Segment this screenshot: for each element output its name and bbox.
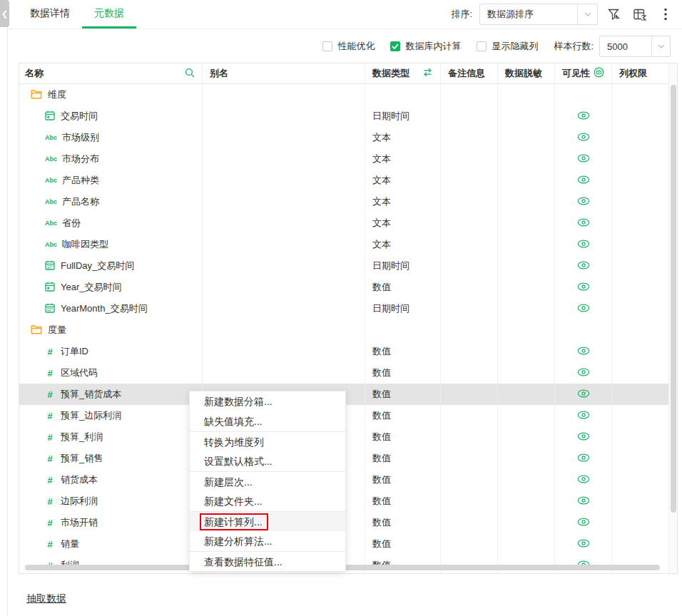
cell-name[interactable]: Abc市场分布 [19, 148, 202, 170]
cell-alias[interactable] [202, 84, 365, 106]
cell-masking[interactable] [497, 127, 554, 148]
context-menu-item[interactable]: 新建计算列... [190, 511, 345, 531]
cell-visibility[interactable] [554, 148, 611, 170]
cell-masking[interactable] [497, 469, 554, 491]
context-menu-item[interactable]: 缺失值填充... [190, 411, 345, 431]
vertical-scrollbar-thumb[interactable] [671, 85, 676, 513]
cell-visibility[interactable] [554, 426, 611, 448]
cell-masking[interactable] [497, 277, 554, 298]
cell-masking[interactable] [497, 384, 554, 405]
cell-name[interactable]: #预算_销售 [19, 448, 202, 469]
eye-icon[interactable] [577, 346, 590, 357]
cell-type[interactable]: 数值 [365, 448, 440, 469]
table-row[interactable]: #预算_销货成本数值 [19, 384, 677, 405]
cell-masking[interactable] [497, 512, 554, 533]
cell-permission[interactable] [611, 426, 677, 448]
search-icon[interactable] [185, 68, 195, 80]
table-row[interactable]: Abc产品种类文本 [19, 170, 677, 191]
cell-alias[interactable] [202, 127, 365, 148]
cell-permission[interactable] [611, 106, 677, 127]
vertical-scrollbar[interactable] [668, 63, 677, 573]
in-database-calc-checkbox[interactable]: 数据库内计算 [390, 40, 461, 53]
context-menu-item[interactable]: 转换为维度列 [190, 431, 345, 451]
cell-name[interactable]: Abc咖啡因类型 [19, 234, 202, 255]
eye-icon[interactable] [577, 389, 590, 400]
cell-masking[interactable] [497, 341, 554, 362]
cell-name[interactable]: FullDay_交易时间 [19, 255, 202, 277]
cell-masking[interactable] [497, 84, 554, 106]
cell-type[interactable]: 文本 [365, 191, 440, 212]
cell-masking[interactable] [497, 362, 554, 384]
cell-name[interactable]: #预算_利润 [19, 426, 202, 448]
cell-visibility[interactable] [554, 191, 611, 212]
cell-alias[interactable] [202, 319, 365, 341]
cell-name[interactable]: #销量 [19, 533, 202, 555]
subtotal-column-icon[interactable] [631, 5, 649, 24]
eye-icon[interactable] [577, 111, 590, 122]
cell-masking[interactable] [497, 533, 554, 555]
cell-remark[interactable] [440, 533, 497, 555]
table-row[interactable]: Abc咖啡因类型文本 [19, 234, 677, 255]
cell-visibility[interactable] [554, 512, 611, 533]
table-row[interactable]: Abc产品名称文本 [19, 191, 677, 212]
table-row[interactable]: #预算_利润数值 [19, 426, 677, 448]
cell-type[interactable]: 文本 [365, 234, 440, 255]
cell-visibility[interactable] [554, 106, 611, 127]
cell-visibility[interactable] [554, 491, 611, 512]
cell-name[interactable]: 交易时间 [19, 106, 202, 127]
cell-visibility[interactable] [554, 384, 611, 405]
table-row[interactable]: #销量数值 [19, 533, 677, 555]
cell-name[interactable]: #销货成本 [19, 469, 202, 491]
cell-visibility[interactable] [554, 212, 611, 234]
cell-masking[interactable] [497, 106, 554, 127]
context-menu-item[interactable]: 新建层次... [190, 471, 345, 491]
cell-permission[interactable] [611, 277, 677, 298]
cell-visibility[interactable] [554, 362, 611, 384]
eye-icon[interactable] [577, 154, 590, 165]
swap-type-icon[interactable] [422, 68, 433, 79]
cell-visibility[interactable] [554, 255, 611, 277]
cell-name[interactable]: 度量 [19, 319, 202, 341]
cell-name[interactable]: Year_交易时间 [19, 277, 202, 298]
context-menu-item[interactable]: 新建文件夹... [190, 491, 345, 511]
cell-permission[interactable] [611, 170, 677, 191]
table-row[interactable]: 维度 [19, 84, 677, 106]
cell-remark[interactable] [440, 362, 497, 384]
table-row[interactable]: #边际利润数值 [19, 491, 677, 512]
eye-icon[interactable] [577, 282, 590, 293]
cell-visibility[interactable] [554, 405, 611, 426]
filter-edit-icon[interactable] [605, 5, 624, 24]
eye-icon[interactable] [577, 518, 590, 528]
eye-icon[interactable] [577, 133, 590, 143]
cell-remark[interactable] [440, 448, 497, 469]
cell-masking[interactable] [497, 426, 554, 448]
context-menu-item[interactable]: 查看数据特征值... [190, 551, 345, 571]
cell-type[interactable]: 数值 [365, 533, 440, 555]
visibility-toggle-icon[interactable] [594, 67, 604, 80]
eye-icon[interactable] [577, 218, 590, 229]
cell-remark[interactable] [440, 405, 497, 426]
cell-permission[interactable] [611, 212, 677, 234]
cell-type[interactable]: 文本 [365, 170, 440, 191]
cell-remark[interactable] [440, 84, 497, 106]
cell-masking[interactable] [497, 148, 554, 170]
cell-visibility[interactable] [554, 469, 611, 491]
cell-visibility[interactable] [554, 533, 611, 555]
cell-remark[interactable] [440, 191, 497, 212]
cell-name[interactable]: Abc产品名称 [19, 191, 202, 212]
cell-type[interactable]: 数值 [365, 341, 440, 362]
cell-alias[interactable] [202, 277, 365, 298]
cell-permission[interactable] [611, 127, 677, 148]
cell-permission[interactable] [611, 362, 677, 384]
cell-remark[interactable] [440, 426, 497, 448]
cell-permission[interactable] [611, 512, 677, 533]
eye-icon[interactable] [577, 197, 590, 207]
cell-visibility[interactable] [554, 341, 611, 362]
cell-type[interactable]: 文本 [365, 148, 440, 170]
cell-alias[interactable] [202, 341, 365, 362]
cell-type[interactable]: 日期时间 [365, 106, 440, 127]
cell-type[interactable]: 数值 [365, 469, 440, 491]
cell-alias[interactable] [202, 170, 365, 191]
cell-type[interactable] [365, 319, 440, 341]
cell-permission[interactable] [611, 448, 677, 469]
